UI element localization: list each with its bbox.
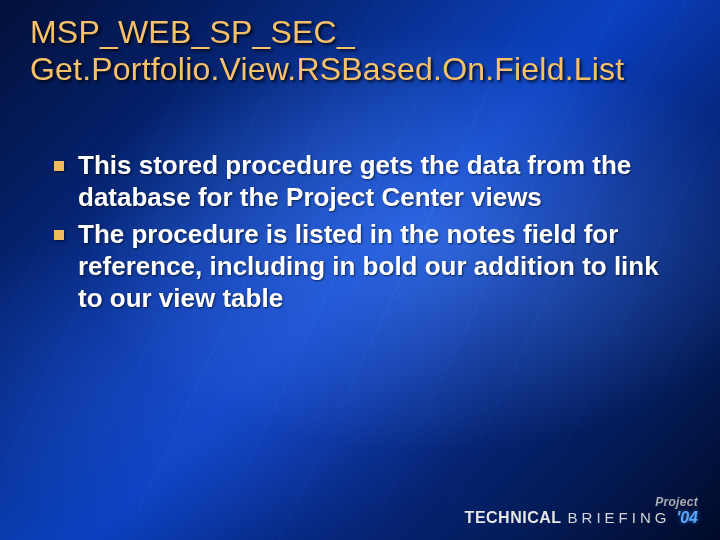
bullet-square-icon (54, 230, 64, 240)
footer-project-label: Project (465, 496, 698, 508)
slide: MSP_WEB_SP_SEC_ Get.Portfolio.View.RSBas… (0, 0, 720, 540)
bullet-item: This stored procedure gets the data from… (78, 150, 680, 213)
bullet-square-icon (54, 161, 64, 171)
footer-briefing-word: BRIEFING (568, 510, 671, 525)
title-line-2: Get.Portfolio.View.RSBased.On.Field.List (30, 51, 690, 88)
footer-technical-word: TECHNICAL (465, 510, 562, 526)
footer-branding: TECHNICAL BRIEFING '04 (465, 510, 698, 526)
slide-title: MSP_WEB_SP_SEC_ Get.Portfolio.View.RSBas… (30, 14, 690, 88)
bullet-text: The procedure is listed in the notes fie… (78, 219, 659, 312)
title-line-1: MSP_WEB_SP_SEC_ (30, 14, 690, 51)
bullet-text: This stored procedure gets the data from… (78, 150, 631, 212)
bullet-item: The procedure is listed in the notes fie… (78, 219, 680, 314)
footer-year: '04 (676, 510, 698, 526)
slide-footer: Project TECHNICAL BRIEFING '04 (465, 496, 698, 526)
slide-body: This stored procedure gets the data from… (78, 150, 680, 321)
